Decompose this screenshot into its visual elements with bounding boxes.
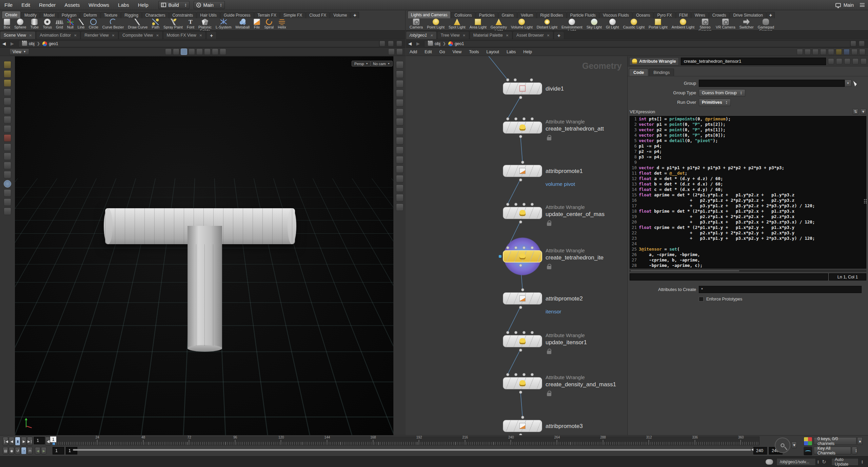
menu-overflow-icon[interactable] bbox=[860, 3, 865, 7]
node-input-dot[interactable] bbox=[506, 78, 509, 81]
animation-editor-icon[interactable] bbox=[804, 447, 812, 455]
grid-toggle-icon[interactable] bbox=[396, 175, 403, 182]
shelf-tab-characters[interactable]: Characters bbox=[142, 12, 169, 18]
snap-mode-icon[interactable] bbox=[4, 189, 11, 197]
pane-resize-grip[interactable] bbox=[864, 199, 867, 203]
network-canvas[interactable]: Geometry divide1Attribute Wranglecreate_… bbox=[406, 56, 627, 435]
node-output-dot[interactable] bbox=[519, 264, 522, 267]
display-points-icon[interactable] bbox=[396, 99, 403, 106]
menu-help[interactable]: Help bbox=[134, 0, 153, 10]
display-params-icon[interactable] bbox=[836, 49, 842, 55]
shelf-tool-font[interactable]: TFont bbox=[185, 18, 196, 29]
net-overview-icon[interactable] bbox=[859, 49, 865, 55]
expand-editor-icon[interactable]: ⇅ bbox=[852, 109, 859, 115]
range-end-field[interactable]: 240 bbox=[753, 447, 767, 454]
shelf-add-tab-button[interactable]: + bbox=[351, 12, 359, 18]
network-menu-layout[interactable]: Layout bbox=[483, 50, 503, 54]
node-input-dot[interactable] bbox=[522, 331, 526, 334]
select-points-icon[interactable] bbox=[4, 98, 11, 105]
shelf-tool-ambient-light[interactable]: Ambient Light bbox=[670, 18, 696, 29]
view-options-icon[interactable] bbox=[396, 194, 403, 201]
shelf-tool-gi-light[interactable]: GI Light bbox=[604, 18, 621, 29]
reference-plane-icon[interactable] bbox=[396, 184, 403, 192]
desktop-selector[interactable]: Build ▲▼ bbox=[158, 1, 190, 9]
set-key-button[interactable] bbox=[775, 437, 790, 453]
network-breadcrumb[interactable]: obj❯geo1 bbox=[424, 40, 850, 47]
show-states-icon[interactable] bbox=[4, 70, 11, 78]
shelf-tool-portal-light[interactable]: Portal Light bbox=[647, 18, 670, 29]
pin-icon[interactable] bbox=[850, 41, 856, 46]
node-update-center-of-mas[interactable] bbox=[503, 207, 542, 219]
pose-tool-icon[interactable] bbox=[4, 171, 11, 178]
network-menu-labs[interactable]: Labs bbox=[503, 50, 519, 54]
node-attribpromote1[interactable] bbox=[503, 165, 542, 177]
close-icon[interactable]: ✕ bbox=[29, 34, 32, 37]
network-tab-material-palette[interactable]: Material Palette✕ bbox=[470, 31, 512, 39]
run-over-dropdown[interactable]: Primitives ▲▼ bbox=[699, 99, 731, 106]
node-output-dot[interactable] bbox=[519, 178, 522, 181]
camera-selector[interactable]: No cam ▼ bbox=[370, 61, 393, 66]
shelf-tab-create[interactable]: Create bbox=[2, 11, 21, 18]
menu-assets[interactable]: Assets bbox=[60, 0, 84, 10]
range-start-field[interactable]: 1 bbox=[53, 447, 64, 454]
frame-view-icon[interactable] bbox=[396, 71, 403, 78]
anim-toggle-icon[interactable]: ▤ bbox=[3, 447, 8, 454]
play-forward-button[interactable]: ▶ bbox=[21, 437, 26, 446]
node-divide1[interactable] bbox=[503, 82, 542, 95]
sticky-note-icon[interactable] bbox=[4, 79, 11, 87]
forward-arrow-icon[interactable]: ▶ bbox=[8, 41, 16, 46]
help-icon[interactable] bbox=[396, 48, 403, 55]
select-edges-icon[interactable] bbox=[4, 107, 11, 114]
scene-new-tab-button[interactable]: + bbox=[206, 31, 217, 39]
snap-mode-icon[interactable] bbox=[165, 48, 172, 55]
presets-icon[interactable] bbox=[836, 58, 842, 64]
shelf-tool-vr-camera[interactable]: VR Camera bbox=[714, 18, 737, 29]
recook-icon[interactable]: ↻ bbox=[822, 458, 826, 466]
rewind-button[interactable]: ❘◀ bbox=[3, 437, 8, 446]
network-new-tab-button[interactable]: + bbox=[554, 31, 564, 39]
select-tool-icon[interactable] bbox=[4, 89, 11, 96]
shelf-tab-oceans[interactable]: Oceans bbox=[633, 12, 653, 18]
node-input-dot[interactable] bbox=[514, 373, 517, 376]
select-groups-icon[interactable] bbox=[196, 48, 203, 55]
node-output-dot[interactable] bbox=[519, 306, 522, 309]
shelf-tool-spiral[interactable]: Spiral bbox=[262, 18, 276, 29]
node-output-dot[interactable] bbox=[519, 220, 522, 223]
group-list-icon[interactable] bbox=[396, 128, 403, 135]
brush-select-icon[interactable] bbox=[4, 134, 11, 142]
shelf-tab-guide-process[interactable]: Guide Process bbox=[220, 12, 254, 18]
selection-style-icon[interactable] bbox=[204, 48, 211, 55]
enforce-prototypes-checkbox[interactable] bbox=[699, 297, 704, 301]
shelf-tab-crowds[interactable]: Crowds bbox=[709, 12, 730, 18]
node-input-dot[interactable] bbox=[506, 331, 509, 334]
shelf-tool-null[interactable]: Null bbox=[65, 18, 76, 29]
show-handles-icon[interactable] bbox=[220, 48, 226, 55]
shelf-tab-simple-fx[interactable]: Simple FX bbox=[280, 12, 305, 18]
network-menu-help[interactable]: Help bbox=[519, 50, 536, 54]
shelf-tab-cloud-fx[interactable]: Cloud FX bbox=[306, 12, 330, 18]
node-input-dot[interactable] bbox=[521, 416, 524, 419]
shelf-tab-wires[interactable]: Wires bbox=[691, 12, 709, 18]
current-frame-field[interactable]: 1 bbox=[34, 437, 45, 444]
network-menu-tools[interactable]: Tools bbox=[465, 50, 482, 54]
key-mode-dropdown[interactable]: Key All Channels bbox=[814, 447, 851, 454]
shelf-tab-particle-fluids[interactable]: Particle Fluids bbox=[567, 12, 599, 18]
material-shade-icon[interactable] bbox=[396, 147, 403, 154]
shelf-tab-pyro-fx[interactable]: Pyro FX bbox=[654, 12, 675, 18]
jump-range-end-button[interactable]: ▶ bbox=[41, 447, 46, 454]
shelf-tool-point-light[interactable]: Point Light bbox=[425, 18, 447, 29]
network-menu-edit[interactable]: Edit bbox=[421, 50, 436, 54]
node-name-field[interactable]: create_tetrahedron_itensor1 bbox=[681, 58, 826, 65]
shelf-tab-terrain-fx[interactable]: Terrain FX bbox=[254, 12, 280, 18]
close-icon[interactable]: ✕ bbox=[506, 34, 509, 37]
color-palette-icon[interactable] bbox=[820, 49, 826, 55]
shelf-tool-camera[interactable]: Camera bbox=[408, 18, 425, 29]
lighting-icon[interactable] bbox=[396, 156, 403, 163]
help-icon[interactable] bbox=[861, 58, 867, 64]
context-stepper-icon[interactable]: ▲▼ bbox=[817, 458, 819, 466]
vex-code-editor[interactable]: 1int pts[] = primpoints(0, @primnum);2ve… bbox=[630, 116, 866, 269]
node-input-dot[interactable] bbox=[514, 203, 517, 206]
shelf-tab-model[interactable]: Model bbox=[40, 12, 58, 18]
shelf-tab-collisions[interactable]: Collisions bbox=[451, 12, 475, 18]
shelf-tab-hair-utils[interactable]: Hair Utils bbox=[197, 12, 220, 18]
